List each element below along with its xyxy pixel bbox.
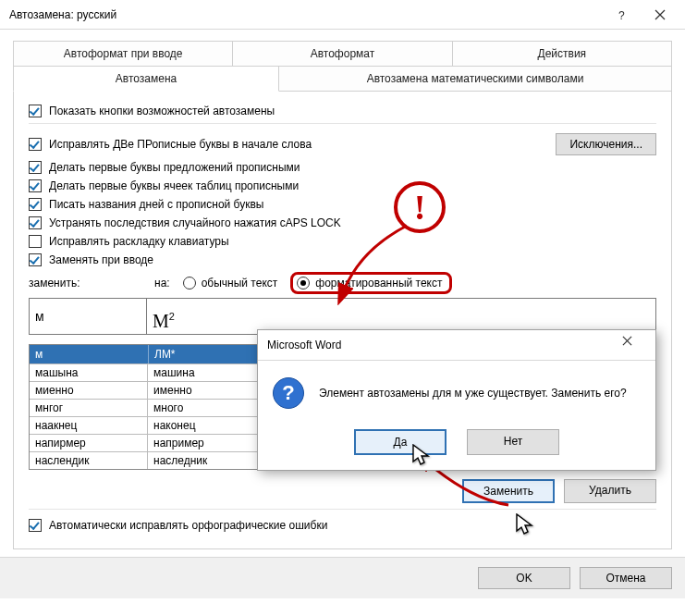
exceptions-button[interactable]: Исключения... [556, 133, 656, 155]
titlebar: Автозамена: русский ? [0, 0, 685, 30]
radio-formatted-label: форматированный текст [315, 277, 442, 290]
confirm-close-button[interactable] [622, 336, 650, 354]
checkbox-capslock[interactable] [29, 216, 42, 229]
label-replace-typing: Заменять при вводе [49, 253, 153, 266]
checkbox-spellcheck[interactable] [29, 519, 42, 532]
label-keyboard-layout: Исправлять раскладку клавиатуры [49, 235, 229, 248]
input-replace[interactable]: м [29, 298, 147, 335]
confirm-dialog-text: Элемент автозамены для м уже существует.… [319, 387, 627, 400]
replace-label: заменить: [29, 277, 141, 290]
confirm-no-button[interactable]: Нет [467, 429, 559, 455]
confirm-dialog-title: Microsoft Word [267, 339, 622, 351]
tabs-row-1: Автоформат при вводе Автоформат Действия [13, 41, 672, 66]
label-cell-caps: Делать первые буквы ячеек таблиц прописн… [49, 179, 299, 192]
checkbox-replace-typing[interactable] [29, 253, 42, 266]
dialog-footer: OK Отмена [0, 557, 685, 598]
confirm-dialog: Microsoft Word ? Элемент автозамены для … [257, 329, 656, 471]
radio-plain-text[interactable] [183, 277, 196, 290]
checkbox-cell-caps[interactable] [29, 179, 42, 192]
checkbox-day-caps[interactable] [29, 198, 42, 211]
radio-formatted-text[interactable] [297, 277, 310, 290]
label-capslock: Устранять последствия случайного нажатия… [49, 216, 341, 229]
tab-autoformat-typing[interactable]: Автоформат при вводе [13, 41, 233, 66]
help-button[interactable]: ? [602, 2, 641, 28]
label-spellcheck: Автоматически исправлять орфографические… [49, 519, 327, 532]
close-button[interactable] [641, 2, 679, 28]
label-sentence-caps: Делать первые буквы предложений прописны… [49, 161, 300, 174]
ok-button[interactable]: OK [478, 567, 570, 589]
label-show-buttons: Показать кнопки возможностей автозамены [49, 105, 275, 117]
checkbox-show-buttons[interactable] [29, 105, 42, 117]
autocorrect-panel: Показать кнопки возможностей автозамены … [13, 92, 672, 549]
radio-plain-label: обычный текст [202, 277, 278, 290]
delete-button[interactable]: Удалить [564, 479, 656, 503]
replace-button[interactable]: Заменить [462, 479, 555, 503]
radio-formatted-highlight: форматированный текст [290, 272, 452, 294]
checkbox-two-caps[interactable] [29, 138, 42, 151]
replace-options-row: заменить: на: обычный текст форматирован… [29, 272, 656, 294]
tab-autoformat[interactable]: Автоформат [233, 41, 452, 66]
label-day-caps: Писать названия дней с прописной буквы [49, 198, 263, 211]
tab-math-autocorrect[interactable]: Автозамена математическими символами [279, 66, 672, 92]
confirm-yes-button[interactable]: Да [354, 429, 446, 455]
question-icon: ? [273, 377, 304, 409]
tab-actions[interactable]: Действия [453, 41, 672, 66]
checkbox-keyboard-layout[interactable] [29, 235, 42, 248]
tab-autocorrect[interactable]: Автозамена [13, 66, 279, 92]
window-title: Автозамена: русский [9, 8, 602, 21]
svg-text:?: ? [618, 9, 625, 20]
label-two-caps: Исправлять ДВе ПРописные буквы в начале … [49, 138, 312, 151]
radio-formatted-text-wrap[interactable]: форматированный текст [297, 277, 442, 290]
tabs-row-2: Автозамена Автозамена математическими си… [13, 66, 672, 92]
checkbox-sentence-caps[interactable] [29, 161, 42, 174]
radio-plain-text-wrap[interactable]: обычный текст [183, 277, 278, 290]
annotation-exclamation-icon: ! [394, 181, 446, 233]
cancel-button[interactable]: Отмена [580, 567, 672, 589]
with-label: на: [154, 277, 170, 290]
table-header-replace: м [30, 345, 148, 363]
